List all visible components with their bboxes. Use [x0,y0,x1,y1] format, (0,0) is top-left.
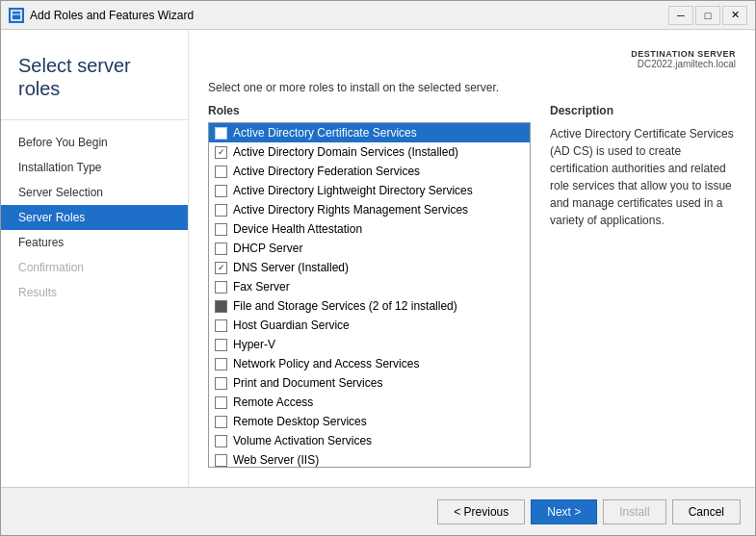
role-checkbox [215,300,227,313]
role-item[interactable]: File and Storage Services (2 of 12 insta… [209,296,530,316]
role-item[interactable]: Network Policy and Access Services [209,354,530,373]
sidebar-item-server-selection[interactable]: Server Selection [1,180,188,205]
role-item[interactable]: Web Server (IIS) [209,450,530,467]
role-item[interactable]: Volume Activation Services [209,431,530,450]
role-label: File and Storage Services (2 of 12 insta… [233,299,457,313]
role-item[interactable]: ✓Active Directory Domain Services (Insta… [209,142,530,162]
content-area: Select server roles Before You BeginInst… [1,30,755,487]
role-item[interactable]: Active Directory Certificate Services [209,123,530,142]
role-item[interactable]: Active Directory Federation Services [209,162,530,181]
role-checkbox [215,435,227,447]
role-checkbox [215,416,227,428]
role-label: Print and Document Services [233,376,382,390]
role-label: Web Server (IIS) [233,453,319,467]
role-item[interactable]: Hyper-V [209,335,530,354]
description-text: Active Directory Certificate Services (A… [550,125,736,229]
role-item[interactable]: ✓DNS Server (Installed) [209,258,530,277]
role-checkbox [215,166,227,178]
role-checkbox [215,358,227,370]
role-label: Remote Desktop Services [233,415,367,428]
roles-panel: Roles Active Directory Certificate Servi… [208,104,531,468]
main-panel: DESTINATION SERVER DC2022.jamiltech.loca… [189,30,755,487]
role-item[interactable]: Remote Desktop Services [209,412,530,431]
sidebar: Select server roles Before You BeginInst… [1,30,189,487]
role-item[interactable]: Print and Document Services [209,373,530,393]
destination-server-label: DESTINATION SERVER [208,49,736,59]
role-label: Remote Access [233,396,313,409]
roles-list-container: Active Directory Certificate Services✓Ac… [208,122,531,468]
role-checkbox [215,127,227,140]
role-checkbox [215,281,227,294]
sidebar-item-confirmation: Confirmation [1,255,188,280]
role-label: Host Guardian Service [233,319,350,332]
role-label: Active Directory Rights Management Servi… [233,203,468,217]
role-checkbox [215,396,227,409]
cancel-button[interactable]: Cancel [672,499,741,524]
window-controls: ─ □ ✕ [668,6,747,25]
role-label: Active Directory Certificate Services [233,126,417,140]
description-panel: Description Active Directory Certificate… [550,104,736,468]
sidebar-nav: Before You BeginInstallation TypeServer … [1,130,188,305]
role-label: Active Directory Federation Services [233,165,420,178]
role-checkbox: ✓ [215,262,227,274]
roles-list[interactable]: Active Directory Certificate Services✓Ac… [209,123,530,467]
next-button[interactable]: Next > [531,499,597,524]
role-item[interactable]: Device Health Attestation [209,219,530,239]
role-label: Hyper-V [233,338,275,351]
minimize-button[interactable]: ─ [668,6,693,25]
wizard-window: Add Roles and Features Wizard ─ □ ✕ Sele… [0,0,756,536]
role-label: Fax Server [233,280,290,294]
instruction-text: Select one or more roles to install on t… [208,81,736,94]
svg-rect-0 [12,11,21,20]
title-bar: Add Roles and Features Wizard ─ □ ✕ [1,1,755,30]
description-header: Description [550,104,736,117]
role-item[interactable]: Fax Server [209,277,530,296]
install-button[interactable]: Install [603,499,665,524]
window-title: Add Roles and Features Wizard [30,9,668,22]
role-label: Volume Activation Services [233,434,372,447]
role-label: Active Directory Domain Services (Instal… [233,145,458,159]
role-item[interactable]: Active Directory Lightweight Directory S… [209,181,530,200]
sidebar-item-features[interactable]: Features [1,230,188,255]
role-checkbox [215,319,227,332]
previous-button[interactable]: < Previous [437,499,525,524]
app-icon [9,8,24,23]
close-button[interactable]: ✕ [722,6,747,25]
role-label: DNS Server (Installed) [233,261,349,274]
destination-server-value: DC2022.jamiltech.local [208,59,736,69]
roles-header: Roles [208,104,531,117]
sidebar-item-results: Results [1,280,188,305]
role-item[interactable]: DHCP Server [209,239,530,258]
role-label: Device Health Attestation [233,222,362,236]
role-label: Network Policy and Access Services [233,357,419,370]
role-checkbox [215,223,227,236]
role-checkbox [215,242,227,255]
maximize-button[interactable]: □ [695,6,720,25]
role-checkbox [215,377,227,390]
role-label: DHCP Server [233,242,302,255]
role-item[interactable]: Active Directory Rights Management Servi… [209,200,530,219]
role-checkbox [215,204,227,217]
destination-server-info: DESTINATION SERVER DC2022.jamiltech.loca… [208,49,736,69]
role-item[interactable]: Host Guardian Service [209,316,530,335]
role-checkbox: ✓ [215,146,227,159]
role-checkbox [215,185,227,197]
page-title: Select server roles [1,44,188,120]
footer: < Previous Next > Install Cancel [1,487,755,535]
role-label: Active Directory Lightweight Directory S… [233,184,473,197]
sidebar-item-before-you-begin[interactable]: Before You Begin [1,130,188,155]
sidebar-item-server-roles[interactable]: Server Roles [1,205,188,230]
role-checkbox [215,339,227,351]
sidebar-item-installation-type[interactable]: Installation Type [1,155,188,180]
role-checkbox [215,454,227,467]
two-columns: Roles Active Directory Certificate Servi… [208,104,736,468]
role-item[interactable]: Remote Access [209,393,530,412]
